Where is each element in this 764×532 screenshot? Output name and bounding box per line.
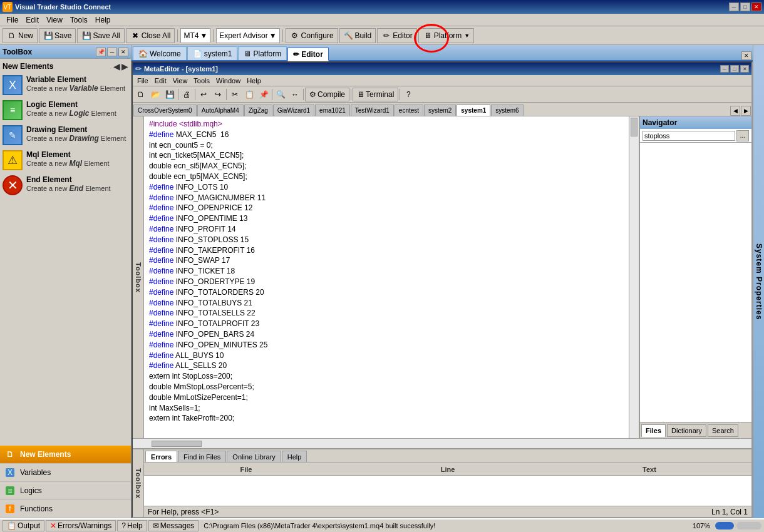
meta-menu-window[interactable]: Window <box>213 76 244 85</box>
meta-tb-copy[interactable]: 📋 <box>242 88 256 101</box>
platform-button[interactable]: 🖥 Platform ▼ <box>418 28 475 43</box>
mql-element-desc: Create a new Mql Element <box>26 159 110 168</box>
meta-tb-search[interactable]: 🔍 <box>274 88 287 101</box>
close-btn[interactable]: ✕ <box>751 3 761 11</box>
meta-tab-system2[interactable]: system2 <box>424 105 456 116</box>
mql-element-item[interactable]: ⚠ Mql Element Create a new Mql Element <box>3 150 128 170</box>
nav-new-elements[interactable]: 🗋 New Elements <box>0 446 131 464</box>
drawing-element-item[interactable]: ✎ Drawing Element Create a new Drawing E… <box>3 125 128 145</box>
zoom-slider[interactable] <box>715 522 734 529</box>
save-button[interactable]: 💾 Save <box>39 28 76 43</box>
build-button[interactable]: 🔨 Build <box>339 28 376 43</box>
meta-close-btn[interactable]: ✕ <box>740 65 749 73</box>
meta-tab-system1[interactable]: system1 <box>457 105 490 116</box>
meta-tb-print[interactable]: 🖨 <box>180 88 194 101</box>
status-tab-messages[interactable]: ✉ Messages <box>148 520 199 531</box>
end-element-item[interactable]: ✕ End Element Create a new End Element <box>3 175 128 195</box>
navigator-files-btn[interactable]: Files <box>641 424 666 437</box>
navigator-body[interactable] <box>640 143 751 422</box>
meta-menu-help[interactable]: Help <box>244 76 264 85</box>
navigator-search-tab-btn[interactable]: Search <box>708 424 738 437</box>
nav-logics[interactable]: ≡ Logics <box>0 482 131 500</box>
navigator-search-btn[interactable]: ... <box>736 130 749 141</box>
meta-tab-ema1021[interactable]: ema1021 <box>315 105 350 116</box>
meta-tb-cut[interactable]: ✂ <box>228 88 242 101</box>
tab-platform[interactable]: 🖥 Platform <box>238 46 287 60</box>
platform-dropdown[interactable]: MT4 ▼ <box>180 28 210 43</box>
editor-button[interactable]: ✏ Editor <box>377 28 416 43</box>
menu-help[interactable]: Help <box>91 14 115 26</box>
meta-tab-crossover[interactable]: CrossOverSystem0 <box>133 105 197 116</box>
section-collapse-right[interactable]: ▶ <box>121 61 128 71</box>
code-scrollbar-h-thumb[interactable] <box>152 441 202 447</box>
meta-tab-zigzag[interactable]: ZigZag <box>244 105 272 116</box>
meta-tb-redo[interactable]: ↪ <box>211 88 225 101</box>
bottom-tab-find[interactable]: Find in Files <box>178 451 226 462</box>
meta-tb-undo[interactable]: ↩ <box>197 88 210 101</box>
meta-menu-edit[interactable]: Edit <box>152 76 170 85</box>
system-properties-panel[interactable]: System Properties <box>753 45 764 518</box>
meta-tb-save[interactable]: 💾 <box>163 88 177 101</box>
code-scrollbar-h[interactable] <box>133 438 751 448</box>
meta-menu-tools[interactable]: Tools <box>190 76 213 85</box>
menu-tools[interactable]: Tools <box>66 14 91 26</box>
code-scrollbar-v[interactable] <box>629 116 639 438</box>
nav-functions[interactable]: f Functions <box>0 500 131 518</box>
close-all-button[interactable]: ✖ Close All <box>126 28 175 43</box>
panel-minimize-btn[interactable]: ─ <box>107 48 117 56</box>
meta-tb-open[interactable]: 📂 <box>148 88 162 101</box>
tab-bar-close-btn[interactable]: ✕ <box>741 51 751 60</box>
minimize-btn[interactable]: ─ <box>729 3 739 11</box>
tab-platform-icon: 🖥 <box>244 49 251 58</box>
meta-menu-file[interactable]: File <box>134 76 152 85</box>
status-tab-output[interactable]: 📋 Output <box>3 520 44 531</box>
section-collapse-left[interactable]: ◀ <box>113 61 120 71</box>
bottom-tab-errors[interactable]: Errors <box>145 451 177 462</box>
meta-maximize-btn[interactable]: □ <box>730 65 739 73</box>
meta-minimize-btn[interactable]: ─ <box>720 65 729 73</box>
configure-button[interactable]: ⚙ Configure <box>286 28 338 43</box>
code-area-container: Toolbox #include <stdlib.mqh> #define MA… <box>133 116 751 448</box>
meta-tab-autoalpha[interactable]: AutoAlphaM4 <box>197 105 244 116</box>
status-tab-errors[interactable]: ✕ Errors/Warnings <box>46 520 116 531</box>
save-all-button[interactable]: 💾 Save All <box>77 28 124 43</box>
compile-button[interactable]: ⚙ Compile <box>305 88 349 101</box>
logic-element-item[interactable]: ≡ Logic Element Create a new Logic Eleme… <box>3 100 128 120</box>
code-line-17: #define INFO_TOTALORDERS 20 <box>149 287 624 298</box>
navigator-search-input[interactable] <box>643 131 735 141</box>
navigator-search: ... <box>640 129 751 143</box>
menu-file[interactable]: File <box>3 14 22 26</box>
tab-system1[interactable]: 📄 system1 <box>187 46 238 60</box>
meta-tab-giawizard[interactable]: GiaWizard1 <box>273 105 314 116</box>
code-editor[interactable]: #include <stdlib.mqh> #define MAX_ECN5 1… <box>144 116 629 438</box>
navigator-dictionary-btn[interactable]: Dictionary <box>667 424 706 437</box>
meta-tb-paste[interactable]: 📌 <box>257 88 271 101</box>
expert-advisor-dropdown[interactable]: Expert Advisor ▼ <box>216 28 279 43</box>
meta-tabs-next[interactable]: ▶ <box>741 106 751 116</box>
meta-tab-ecntest[interactable]: ecntest <box>395 105 423 116</box>
meta-tab-system6[interactable]: system6 <box>491 105 523 116</box>
meta-menu-view[interactable]: View <box>170 76 191 85</box>
tab-welcome[interactable]: 🏠 Welcome <box>133 46 187 60</box>
status-tab-help[interactable]: ? Help <box>117 520 147 531</box>
meta-tabs-prev[interactable]: ◀ <box>730 106 740 116</box>
maximize-btn[interactable]: □ <box>740 3 750 11</box>
tab-editor[interactable]: ✏ Editor <box>287 48 329 61</box>
menu-view[interactable]: View <box>43 14 66 26</box>
panel-close-btn[interactable]: ✕ <box>118 48 128 56</box>
terminal-button[interactable]: 🖥 Terminal <box>353 88 398 101</box>
nav-variables[interactable]: X Variables <box>0 464 131 482</box>
new-button[interactable]: 🗋 New <box>3 28 38 43</box>
panel-pin-btn[interactable]: 📌 <box>96 48 106 56</box>
bottom-tab-online[interactable]: Online Library <box>227 451 281 462</box>
bottom-column-headers: File Line Text <box>144 463 751 476</box>
bottom-tab-help[interactable]: Help <box>282 451 307 462</box>
menu-edit[interactable]: Edit <box>22 14 43 26</box>
meta-tb-replace[interactable]: ↔ <box>288 88 302 101</box>
bottom-body[interactable] <box>144 476 751 506</box>
meta-tab-testwizard[interactable]: TestWizard1 <box>351 105 394 116</box>
zoom-slider-2[interactable] <box>736 522 761 529</box>
meta-tb-new[interactable]: 🗋 <box>134 88 148 101</box>
variable-element-item[interactable]: X Variable Element Create a new Variable… <box>3 75 128 95</box>
meta-tb-help[interactable]: ? <box>401 88 415 101</box>
